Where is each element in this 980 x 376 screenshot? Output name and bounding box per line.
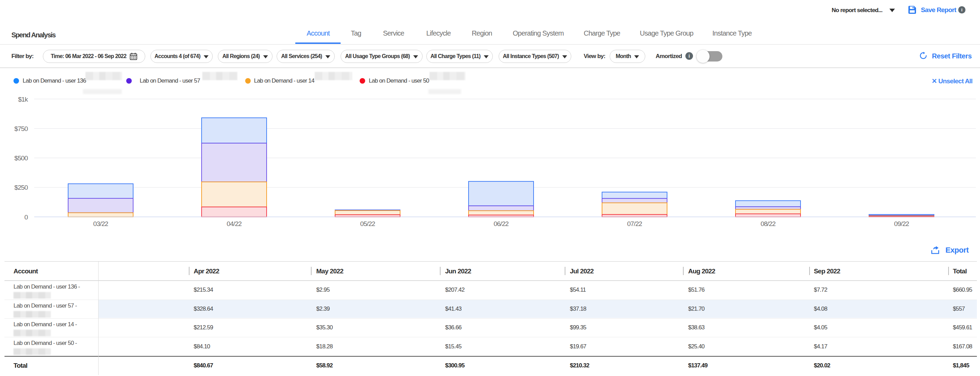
svg-text:07/22: 07/22 <box>627 220 642 227</box>
svg-text:$500: $500 <box>14 154 28 162</box>
svg-text:0: 0 <box>24 214 28 221</box>
svg-text:04/22: 04/22 <box>227 220 242 227</box>
svg-text:$250: $250 <box>14 184 28 191</box>
svg-text:09/22: 09/22 <box>894 220 909 227</box>
svg-text:08/22: 08/22 <box>761 220 776 227</box>
svg-text:03/22: 03/22 <box>93 220 108 227</box>
svg-text:05/22: 05/22 <box>360 220 375 227</box>
svg-text:06/22: 06/22 <box>494 220 509 227</box>
svg-text:$1k: $1k <box>18 96 28 103</box>
svg-text:$750: $750 <box>14 125 28 132</box>
